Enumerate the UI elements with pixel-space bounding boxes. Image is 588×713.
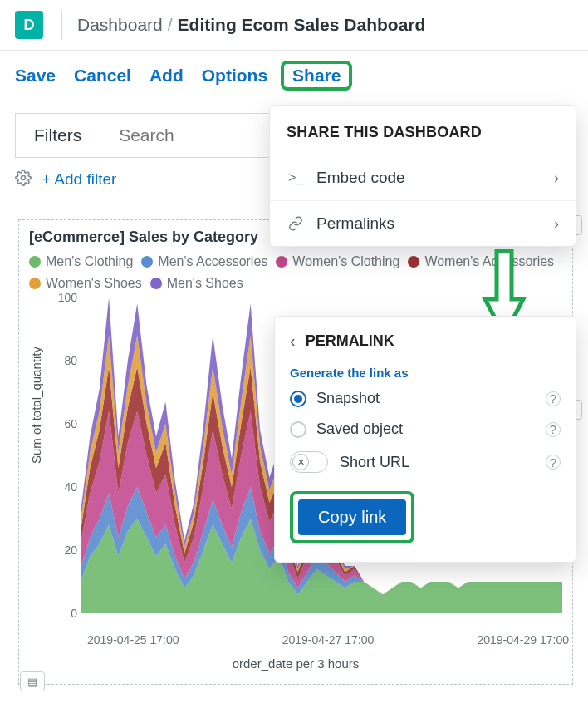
breadcrumb-root[interactable]: Dashboard bbox=[77, 15, 163, 35]
app-badge[interactable]: D bbox=[15, 11, 43, 39]
options-button[interactable]: Options bbox=[202, 66, 267, 86]
terminal-icon: >_ bbox=[287, 170, 305, 185]
generate-link-label: Generate the link as bbox=[290, 366, 561, 380]
x-axis-label: order_date per 3 hours bbox=[29, 656, 562, 671]
help-icon[interactable]: ? bbox=[546, 391, 561, 406]
legend-label: Women's Shoes bbox=[46, 276, 142, 291]
back-button[interactable]: ‹ bbox=[290, 332, 296, 351]
annotation-highlight-share: Share bbox=[281, 61, 352, 91]
legend-dot-icon bbox=[29, 278, 41, 289]
legend-item[interactable]: Men's Shoes bbox=[150, 276, 243, 291]
legend-dot-icon bbox=[150, 278, 162, 289]
share-panel-title: SHARE THIS DASHBOARD bbox=[270, 106, 576, 155]
permalink-panel: ‹ PERMALINK Generate the link as Snapsho… bbox=[274, 316, 576, 563]
svg-point-0 bbox=[22, 176, 26, 180]
link-icon bbox=[287, 216, 305, 231]
share-item-label: Embed code bbox=[316, 169, 542, 187]
toolbar: Save Cancel Add Options Share bbox=[0, 51, 588, 101]
y-tick: 40 bbox=[64, 480, 77, 494]
help-icon[interactable]: ? bbox=[546, 455, 561, 470]
radio-label: Snapshot bbox=[316, 390, 536, 407]
y-tick: 0 bbox=[71, 607, 77, 620]
radio-saved-object[interactable]: Saved object ? bbox=[290, 420, 561, 438]
share-item-label: Permalinks bbox=[316, 214, 542, 233]
radio-icon bbox=[290, 391, 306, 407]
legend-item[interactable]: Men's Clothing bbox=[29, 254, 133, 269]
radio-label: Saved object bbox=[316, 420, 536, 438]
chevron-right-icon: › bbox=[554, 215, 559, 233]
share-item-embed[interactable]: >_ Embed code › bbox=[270, 155, 576, 200]
annotation-highlight-copy: Copy link bbox=[290, 491, 414, 543]
legend-label: Men's Shoes bbox=[167, 276, 243, 291]
legend-dot-icon bbox=[29, 256, 41, 268]
short-url-row: ✕ Short URL ? bbox=[290, 451, 561, 473]
legend-dot-icon bbox=[276, 256, 287, 268]
legend-toggle-icon[interactable]: ▤ bbox=[20, 671, 45, 691]
cancel-button[interactable]: Cancel bbox=[74, 66, 131, 86]
radio-icon bbox=[290, 421, 306, 438]
chevron-right-icon: › bbox=[554, 170, 559, 187]
y-tick: 20 bbox=[64, 543, 77, 557]
toggle-knob-icon: ✕ bbox=[292, 454, 309, 470]
y-axis-label: Sum of total_quantity bbox=[29, 347, 43, 464]
divider bbox=[61, 10, 62, 40]
add-button[interactable]: Add bbox=[149, 66, 184, 86]
legend-dot-icon bbox=[408, 256, 419, 268]
x-ticks: 2019-04-25 17:00 2019-04-27 17:00 2019-0… bbox=[87, 633, 569, 647]
legend-item[interactable]: Women's Shoes bbox=[29, 276, 142, 291]
breadcrumb: D Dashboard / Editing Ecom Sales Dahboar… bbox=[0, 0, 588, 51]
y-tick: 100 bbox=[58, 291, 77, 304]
add-filter-button[interactable]: + Add filter bbox=[42, 170, 116, 189]
legend-dot-icon bbox=[141, 256, 153, 268]
radio-snapshot[interactable]: Snapshot ? bbox=[290, 390, 561, 407]
legend-label: Women's Clothing bbox=[292, 254, 399, 269]
permalink-title: PERMALINK bbox=[306, 332, 394, 350]
x-tick: 2019-04-29 17:00 bbox=[477, 633, 569, 647]
copy-link-button[interactable]: Copy link bbox=[298, 499, 406, 535]
x-tick: 2019-04-27 17:00 bbox=[282, 633, 375, 647]
y-tick: 80 bbox=[64, 354, 77, 367]
share-panel: SHARE THIS DASHBOARD >_ Embed code › Per… bbox=[269, 105, 576, 247]
y-tick: 60 bbox=[64, 417, 77, 430]
breadcrumb-current: Editing Ecom Sales Dahboard bbox=[178, 15, 426, 35]
legend-label: Men's Accessories bbox=[158, 254, 267, 269]
legend-item[interactable]: Men's Accessories bbox=[141, 254, 267, 269]
breadcrumb-sep: / bbox=[168, 15, 173, 35]
short-url-toggle[interactable]: ✕ bbox=[290, 451, 328, 473]
legend-label: Men's Clothing bbox=[46, 254, 133, 269]
gear-icon[interactable] bbox=[15, 170, 32, 189]
legend-item[interactable]: Women's Clothing bbox=[276, 254, 399, 269]
x-tick: 2019-04-25 17:00 bbox=[87, 633, 179, 647]
save-button[interactable]: Save bbox=[15, 66, 56, 86]
share-button[interactable]: Share bbox=[292, 66, 341, 86]
short-url-label: Short URL bbox=[340, 454, 534, 471]
filters-tab[interactable]: Filters bbox=[15, 113, 100, 158]
share-item-permalinks[interactable]: Permalinks › bbox=[270, 200, 576, 246]
help-icon[interactable]: ? bbox=[546, 422, 561, 437]
y-ticks: 100 80 60 40 20 0 bbox=[52, 297, 77, 613]
